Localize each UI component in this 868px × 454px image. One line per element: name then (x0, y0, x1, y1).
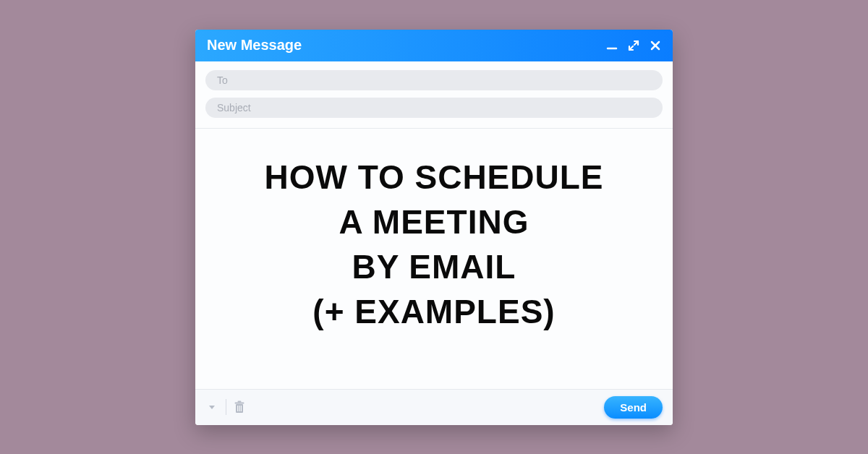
footer-left-tools (205, 399, 245, 415)
svg-rect-8 (238, 401, 242, 403)
send-button[interactable]: Send (604, 396, 663, 419)
svg-rect-9 (237, 406, 238, 411)
separator (226, 399, 226, 415)
svg-rect-7 (235, 403, 244, 404)
compose-footer: Send (195, 389, 673, 425)
discard-button[interactable] (234, 401, 245, 414)
headline-text: HOW TO SCHEDULE A MEETING BY EMAIL (+ EX… (264, 155, 603, 334)
compose-window: New Message To (195, 30, 673, 425)
svg-rect-11 (241, 406, 242, 411)
to-field[interactable]: To (205, 70, 663, 90)
svg-marker-5 (209, 406, 215, 409)
message-body[interactable]: HOW TO SCHEDULE A MEETING BY EMAIL (+ EX… (195, 129, 673, 389)
to-placeholder: To (217, 74, 228, 86)
minimize-icon[interactable] (606, 40, 618, 51)
close-icon[interactable] (650, 40, 661, 51)
window-title: New Message (207, 37, 302, 53)
header-fields: To Subject (195, 61, 673, 129)
subject-placeholder: Subject (217, 102, 251, 113)
subject-field[interactable]: Subject (205, 98, 663, 118)
titlebar: New Message (195, 30, 673, 61)
svg-rect-10 (239, 406, 239, 411)
expand-icon[interactable] (628, 40, 639, 51)
titlebar-actions (606, 40, 661, 51)
more-options-button[interactable] (205, 401, 218, 414)
